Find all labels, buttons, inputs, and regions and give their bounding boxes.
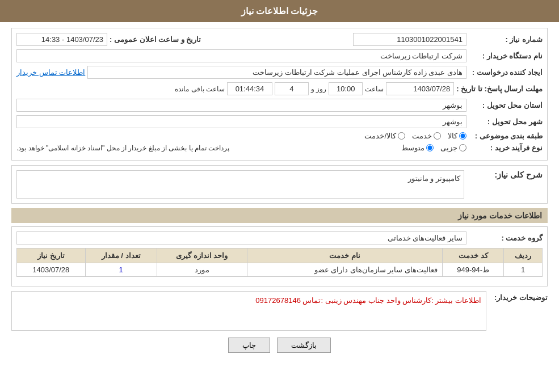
purchase-type-label: نوع فرآیند خرید : xyxy=(469,144,543,152)
print-button[interactable]: چاپ xyxy=(228,338,270,353)
category-label: طبقه بندی موضوعی : xyxy=(469,132,543,140)
col-header-name: نام خدمت xyxy=(247,248,442,263)
cell-unit: مورد xyxy=(157,263,247,277)
back-button[interactable]: بازگشت xyxy=(277,338,331,353)
cell-row: 1 xyxy=(504,263,543,277)
cell-name: فعالیت‌های سایر سازمان‌های دارای عضو xyxy=(247,263,442,277)
need-number-value: 1103001022001541 xyxy=(353,33,466,46)
buyer-system-label: نام دستگاه خریدار : xyxy=(469,52,543,60)
col-header-row: ردیف xyxy=(504,248,543,263)
services-section-title: اطلاعات خدمات مورد نیاز xyxy=(11,208,548,223)
services-table: ردیف کد خدمت نام خدمت واحد اندازه گیری ت… xyxy=(16,248,543,277)
creator-value: هادی عبدی زاده کارشناس اجرای عملیات شرکت… xyxy=(87,66,466,79)
purchase-type-jozvi[interactable]: جزیی xyxy=(440,144,466,152)
purchase-note: پرداخت تمام یا بخشی از مبلغ خریدار از مح… xyxy=(16,144,229,152)
col-header-date: تاریخ نیاز xyxy=(17,248,86,263)
response-days-label: روز و xyxy=(311,85,326,93)
col-header-code: کد خدمت xyxy=(442,248,503,263)
response-time: 10:00 xyxy=(329,82,363,95)
col-header-unit: واحد اندازه گیری xyxy=(157,248,247,263)
response-deadline-label: مهلت ارسال پاسخ: تا تاریخ : xyxy=(456,85,543,93)
buyer-desc-value: اطلاعات بیشتر :کارشناس واحد جناب مهندس ز… xyxy=(11,291,486,331)
page-title: جزئیات اطلاعات نیاز xyxy=(0,0,559,22)
group-label: گروه خدمت : xyxy=(469,234,543,242)
response-days: 4 xyxy=(275,82,309,95)
response-remaining: 01:44:34 xyxy=(227,82,272,95)
announce-date-label: تاریخ و ساعت اعلان عمومی : xyxy=(110,35,201,44)
response-remaining-label: ساعت باقی مانده xyxy=(175,85,225,93)
response-date: 1403/07/28 xyxy=(386,82,454,95)
group-value: سایر فعالیت‌های خدماتی xyxy=(16,231,466,245)
need-number-label: شماره نیاز : xyxy=(469,35,543,44)
cell-qty: 1 xyxy=(85,263,157,277)
cell-date: 1403/07/28 xyxy=(17,263,86,277)
delivery-city-value: بوشهر xyxy=(16,115,466,128)
buyer-system-value: شرکت ارتباطات زیرساخت xyxy=(16,49,466,62)
col-header-qty: تعداد / مقدار xyxy=(85,248,157,263)
buyer-desc-label: توضیحات خریدار: xyxy=(491,291,548,302)
description-value: کامپیوتر و مانیتور xyxy=(16,170,464,199)
delivery-province-label: استان محل تحویل : xyxy=(469,101,543,109)
delivery-city-label: شهر محل تحویل : xyxy=(469,117,543,126)
table-row: 1 ط-94-949 فعالیت‌های سایر سازمان‌های دا… xyxy=(17,263,543,277)
category-kala-khedmat[interactable]: کالا/خدمت xyxy=(364,132,405,140)
creator-contact-link[interactable]: اطلاعات تماس خریدار xyxy=(16,68,85,77)
purchase-type-motevasset[interactable]: متوسط xyxy=(401,144,434,152)
cell-code: ط-94-949 xyxy=(442,263,503,277)
category-kala[interactable]: کالا xyxy=(448,132,466,140)
response-time-label: ساعت xyxy=(365,85,384,93)
delivery-province-value: بوشهر xyxy=(16,99,466,112)
description-label: شرح کلی نیاز: xyxy=(469,170,543,179)
creator-label: ایجاد کننده درخواست : xyxy=(469,68,543,77)
category-khedmat[interactable]: خدمت xyxy=(412,132,441,140)
announce-date-value: 1403/07/23 - 14:33 xyxy=(16,33,107,46)
